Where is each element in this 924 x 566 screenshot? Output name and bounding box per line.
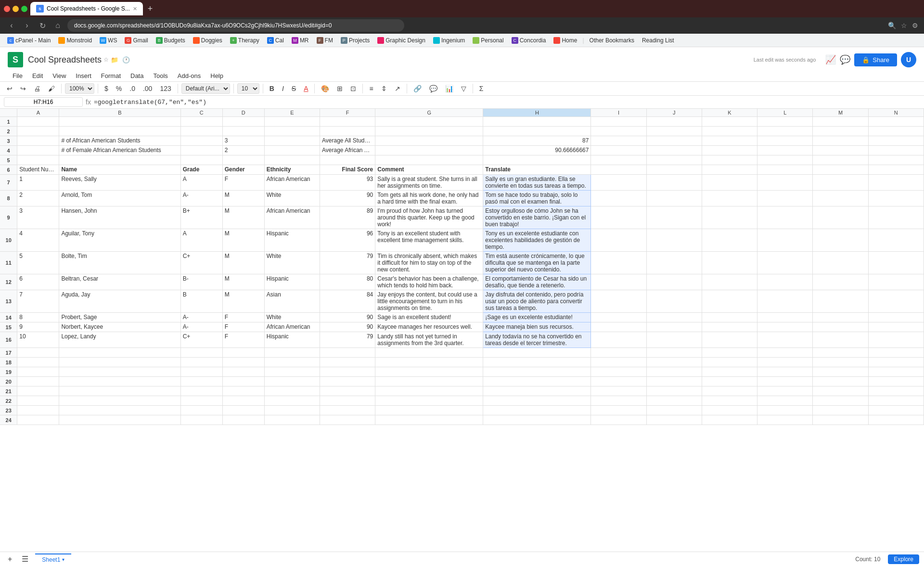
cell[interactable]: African American	[264, 175, 320, 191]
cell[interactable]: Tony es un excelente estudiante con exce…	[483, 229, 591, 252]
cell[interactable]	[320, 348, 375, 358]
zoom-select[interactable]: 100%	[65, 83, 94, 94]
cell[interactable]: 89	[320, 206, 375, 229]
strikethrough-button[interactable]: S	[289, 83, 299, 94]
cell[interactable]	[483, 348, 591, 358]
bookmark-ws[interactable]: W WS	[96, 36, 120, 45]
cell[interactable]	[702, 386, 757, 396]
cell[interactable]: White	[264, 313, 320, 322]
cell[interactable]	[813, 175, 868, 191]
cell[interactable]: Tom gets all his work done, he only had …	[375, 191, 483, 206]
extensions-icon[interactable]: ⚙	[912, 22, 918, 29]
drive-icon[interactable]: 📁	[111, 56, 118, 64]
increase-decimal-button[interactable]: .00	[140, 83, 155, 94]
cell[interactable]	[591, 191, 646, 206]
cell[interactable]: Beltran, Cesar	[59, 274, 180, 290]
cell[interactable]: 1	[17, 175, 59, 191]
print-button[interactable]: 🖨	[31, 83, 43, 94]
cell[interactable]	[702, 191, 757, 206]
cell[interactable]	[591, 252, 646, 274]
cell[interactable]	[757, 175, 813, 191]
cell[interactable]	[757, 386, 813, 396]
cell[interactable]: F	[222, 322, 264, 332]
bookmark-icon[interactable]: ☆	[901, 22, 907, 29]
cell[interactable]	[646, 191, 702, 206]
cell[interactable]	[483, 155, 591, 165]
cell[interactable]: 3	[17, 206, 59, 229]
cell[interactable]	[222, 406, 264, 415]
row-header-3[interactable]: 3	[0, 136, 17, 146]
cell[interactable]: M	[222, 191, 264, 206]
cell[interactable]: Comment	[375, 165, 483, 175]
cell[interactable]	[646, 252, 702, 274]
cell[interactable]: 10	[17, 332, 59, 348]
cell[interactable]	[757, 155, 813, 165]
cell[interactable]	[375, 377, 483, 386]
cell[interactable]	[320, 358, 375, 367]
cell[interactable]	[483, 396, 591, 406]
cell[interactable]	[702, 136, 757, 146]
row-header-14[interactable]: 14	[0, 313, 17, 322]
cell[interactable]	[264, 127, 320, 136]
cell[interactable]	[868, 313, 924, 322]
cell[interactable]	[375, 127, 483, 136]
cell[interactable]	[59, 117, 180, 127]
cell[interactable]	[757, 146, 813, 155]
cell[interactable]	[702, 175, 757, 191]
cell[interactable]	[646, 165, 702, 175]
cell[interactable]	[757, 206, 813, 229]
cell[interactable]	[813, 117, 868, 127]
cell[interactable]	[59, 377, 180, 386]
cell[interactable]	[180, 146, 222, 155]
cell[interactable]: Tim está ausente crónicamente, lo que di…	[483, 252, 591, 274]
cell[interactable]	[59, 358, 180, 367]
cell[interactable]: 2	[17, 191, 59, 206]
cell[interactable]: Average All Students	[320, 136, 375, 146]
cell[interactable]	[375, 406, 483, 415]
col-header-c[interactable]: C	[180, 109, 222, 117]
cell[interactable]: Tom se hace todo su trabajo, solo lo pas…	[483, 191, 591, 206]
cell[interactable]	[591, 146, 646, 155]
cell[interactable]	[757, 367, 813, 377]
cell[interactable]	[591, 136, 646, 146]
bookmark-concordia[interactable]: C Concordia	[508, 36, 550, 45]
cell[interactable]	[646, 396, 702, 406]
cell[interactable]: 79	[320, 332, 375, 348]
col-header-d[interactable]: D	[222, 109, 264, 117]
row-header-8[interactable]: 8	[0, 191, 17, 206]
cell[interactable]	[17, 396, 59, 406]
cell[interactable]	[222, 377, 264, 386]
maximize-button[interactable]	[21, 6, 27, 12]
menu-insert[interactable]: Insert	[71, 70, 96, 81]
cell[interactable]: F	[222, 313, 264, 322]
bookmark-fm[interactable]: F FM	[313, 36, 336, 45]
bookmark-cal[interactable]: C Cal	[264, 36, 287, 45]
cell[interactable]	[813, 229, 868, 252]
cell[interactable]	[222, 127, 264, 136]
sheet-list-button[interactable]: ☰	[19, 553, 31, 565]
cell[interactable]	[646, 117, 702, 127]
cell[interactable]	[59, 155, 180, 165]
col-header-n[interactable]: N	[868, 109, 924, 117]
cell[interactable]	[757, 117, 813, 127]
cell[interactable]	[264, 415, 320, 425]
cell[interactable]: Estoy orgulloso de cómo John se ha conve…	[483, 206, 591, 229]
cell[interactable]	[17, 136, 59, 146]
cell[interactable]: Average African American	[320, 146, 375, 155]
cell[interactable]: # of African American Students	[59, 136, 180, 146]
cell[interactable]: Kaycee maneja bien sus recursos.	[483, 322, 591, 332]
cell[interactable]	[702, 274, 757, 290]
cell[interactable]: Aguda, Jay	[59, 290, 180, 313]
cell[interactable]	[702, 252, 757, 274]
cell[interactable]	[17, 415, 59, 425]
cell[interactable]: Bolte, Tim	[59, 252, 180, 274]
cell[interactable]	[180, 348, 222, 358]
cell[interactable]: Tim is chronically absent, which makes i…	[375, 252, 483, 274]
cell[interactable]: M	[222, 274, 264, 290]
cell[interactable]	[813, 313, 868, 322]
cell[interactable]: 90	[320, 191, 375, 206]
cell[interactable]: 87	[483, 136, 591, 146]
cell[interactable]	[180, 415, 222, 425]
menu-view[interactable]: View	[48, 70, 71, 81]
col-header-g[interactable]: G	[375, 109, 483, 117]
